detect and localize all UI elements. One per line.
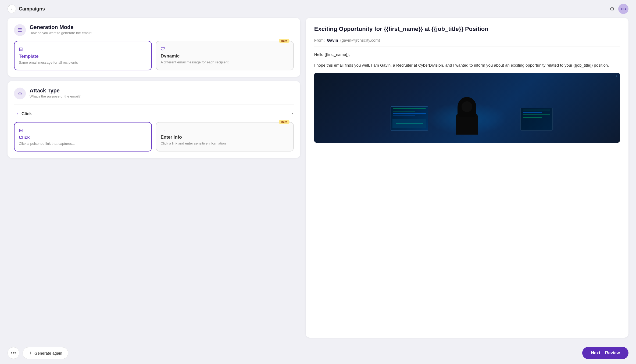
screen-left [391, 106, 428, 131]
avatar[interactable]: CB [618, 4, 628, 14]
generate-label: Generate again [34, 351, 62, 355]
screen-line-6 [523, 112, 542, 113]
main-content: ☰ Generation Mode How do you want to gen… [0, 18, 636, 343]
attack-type-header: ⊙ Attack Type What's the purpose of the … [14, 88, 294, 99]
generation-mode-icon: ☰ [14, 24, 26, 36]
left-panel: ☰ Generation Mode How do you want to gen… [8, 18, 306, 338]
from-name: Gavin [327, 38, 338, 42]
enter-info-desc: Click a link and enter sensitive informa… [160, 141, 289, 146]
dynamic-option-desc: A different email message for each recip… [160, 60, 289, 65]
email-from-row: From: Gavin (gavin@jrchscrty.com) [314, 38, 620, 46]
template-option-icon: ⊟ [19, 46, 147, 52]
email-hacker-image [314, 73, 620, 143]
click-category-label: Click [22, 111, 32, 116]
from-email: (gavin@jrchscrty.com) [340, 38, 380, 42]
attack-options: ⊞ Click Click a poisoned link that captu… [14, 122, 294, 152]
dynamic-option-icon: 🛡 [160, 46, 289, 52]
generation-mode-title-block: Generation Mode How do you want to gener… [30, 24, 92, 35]
page-title: Campaigns [19, 6, 45, 12]
screen-line-7 [523, 114, 550, 115]
click-category-header[interactable]: → Click ∧ [14, 108, 294, 119]
bottom-bar: ••• ✦ Generate again Next – Review [0, 343, 636, 364]
email-body-greeting: Hello {{first_name}}, [314, 51, 620, 58]
generate-icon: ✦ [29, 351, 32, 356]
generate-again-button[interactable]: ✦ Generate again [23, 347, 68, 359]
enter-info-icon: → [160, 127, 289, 133]
attack-option-enter-info[interactable]: Beta → Enter info Click a link and enter… [156, 122, 294, 152]
mode-options: ⊟ Template Same email message for all re… [14, 41, 294, 70]
click-header-left: → Click [14, 111, 32, 117]
template-option-label: Template [19, 54, 147, 59]
click-attack-desc: Click a poisoned link that captures... [19, 141, 147, 146]
email-subject: Exciting Opportunity for {{first_name}} … [314, 25, 620, 33]
email-preview-panel: Exciting Opportunity for {{first_name}} … [306, 18, 628, 338]
attack-type-card: ⊙ Attack Type What's the purpose of the … [8, 81, 300, 158]
generation-mode-title: Generation Mode [30, 24, 92, 30]
screen-line-1 [393, 108, 426, 109]
mode-option-dynamic[interactable]: Beta 🛡 Dynamic A different email message… [156, 41, 294, 70]
attack-type-icon: ⊙ [14, 88, 26, 99]
dynamic-option-label: Dynamic [160, 53, 289, 59]
attack-option-click[interactable]: ⊞ Click Click a poisoned link that captu… [14, 122, 152, 152]
template-option-desc: Same email message for all recipients [19, 60, 147, 65]
email-body-paragraph: I hope this email finds you well. I am G… [314, 62, 620, 69]
attack-type-subtitle: What's the purpose of the email? [30, 94, 81, 98]
enter-info-beta-badge: Beta [279, 120, 290, 124]
click-attack-icon: ⊞ [19, 127, 147, 133]
generation-mode-card: ☰ Generation Mode How do you want to gen… [8, 18, 300, 77]
click-attack-label: Click [19, 135, 147, 140]
screen-line-4 [393, 116, 415, 116]
from-label: From: [314, 38, 325, 42]
header: ‹ Campaigns ⚙ CB [0, 0, 636, 18]
more-options-button[interactable]: ••• [8, 347, 19, 359]
hacker-silhouette [456, 97, 478, 135]
ambient-dot-1 [616, 75, 617, 77]
back-button[interactable]: ‹ [8, 5, 16, 13]
screen-line-8 [523, 117, 542, 118]
click-category-icon: → [14, 111, 19, 117]
screen-line-5 [523, 110, 550, 110]
header-left: ‹ Campaigns [8, 5, 45, 13]
settings-icon[interactable]: ⚙ [610, 6, 614, 12]
header-right: ⚙ CB [610, 4, 628, 14]
screen-line-3 [393, 113, 426, 114]
screen-line-2 [393, 111, 415, 111]
mode-option-template[interactable]: ⊟ Template Same email message for all re… [14, 41, 152, 70]
attack-type-title: Attack Type [30, 88, 81, 94]
generation-mode-header: ☰ Generation Mode How do you want to gen… [14, 24, 294, 36]
attack-divider [14, 104, 294, 104]
attack-type-title-block: Attack Type What's the purpose of the em… [30, 88, 81, 98]
screen-right [520, 108, 553, 131]
bottom-left: ••• ✦ Generate again [8, 347, 68, 359]
dynamic-beta-badge: Beta [279, 39, 290, 43]
click-chevron-icon: ∧ [291, 112, 294, 116]
enter-info-label: Enter info [160, 135, 289, 140]
generation-mode-subtitle: How do you want to generate the email? [30, 31, 92, 35]
next-review-button[interactable]: Next – Review [582, 347, 628, 359]
